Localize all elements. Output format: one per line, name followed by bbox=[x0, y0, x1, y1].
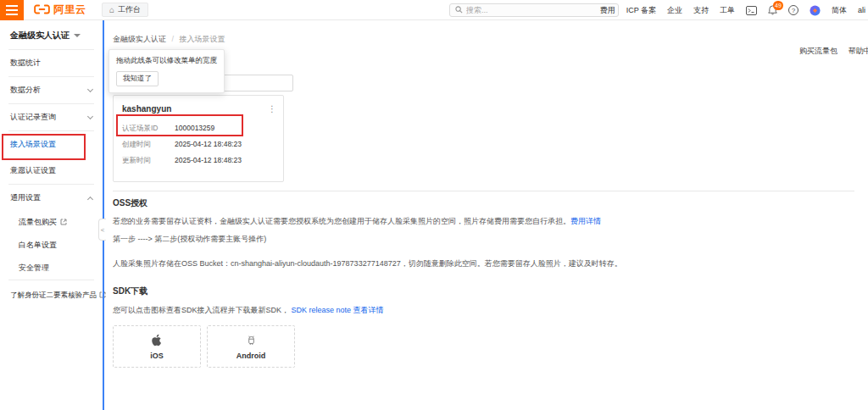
global-search-input[interactable] bbox=[466, 6, 613, 14]
chevron-down-icon bbox=[87, 86, 93, 92]
ios-label: iOS bbox=[150, 352, 164, 360]
header-right-menu: 费用 ICP 备案 企业 支持 工单 49 ? bbox=[600, 0, 868, 20]
buy-traffic-package-link[interactable]: 购买流量包 bbox=[799, 47, 837, 55]
scene-card-row-created: 创建时间 2025-04-12 18:48:23 bbox=[114, 136, 283, 152]
sdk-section-title: SDK下载 bbox=[113, 285, 859, 297]
page-top-links: 购买流量包 帮助中心 bbox=[799, 46, 868, 57]
kebab-menu-icon[interactable]: ⋮ bbox=[268, 107, 276, 112]
cloudshell-icon[interactable] bbox=[746, 6, 757, 15]
help-center-link[interactable]: 帮助中心 bbox=[849, 47, 868, 55]
hamburger-menu-icon[interactable] bbox=[0, 0, 24, 20]
breadcrumb-current: 接入场景设置 bbox=[180, 35, 225, 43]
menu-item-tickets[interactable]: 工单 bbox=[720, 5, 735, 16]
android-sdk-card[interactable]: Android bbox=[207, 325, 295, 368]
android-icon bbox=[245, 333, 258, 349]
sidebar-item-general-settings[interactable]: 通用设置 bbox=[0, 185, 103, 211]
workspace-button[interactable]: ⌂ 工作台 bbox=[102, 3, 148, 17]
sidebar-item-label: 了解身份证二要素核验产品 bbox=[10, 291, 97, 301]
sidebar-collapse-handle[interactable]: < bbox=[98, 219, 106, 241]
notifications-bell-icon[interactable]: 49 bbox=[768, 5, 777, 15]
sdk-view-details-link[interactable]: 查看详情 bbox=[353, 306, 384, 314]
top-nav-bar: 阿里云 ⌂ 工作台 费用 ICP 备案 企业 支持 工单 49 ? bbox=[0, 0, 868, 20]
sdk-download-section: SDK下载 您可以点击图标查看SDK接入流程并下载最新SDK， SDK rele… bbox=[113, 285, 859, 368]
sidebar-product-title-label: 金融级实人认证 bbox=[10, 30, 70, 42]
scene-card-title: kashangyun bbox=[122, 104, 171, 114]
sidebar-item-data-analysis[interactable]: 数据分析 bbox=[0, 77, 103, 103]
external-link-icon bbox=[60, 219, 67, 227]
ios-sdk-card[interactable]: iOS bbox=[113, 325, 201, 368]
search-icon bbox=[455, 6, 463, 15]
oss-steps-text: 第一步 ----> 第二步(授权动作需要主账号操作) bbox=[113, 234, 859, 245]
language-switch[interactable]: 简体 bbox=[832, 5, 847, 16]
sidebar-item-label: 白名单设置 bbox=[19, 240, 57, 251]
platform-cards: iOS Android bbox=[113, 325, 859, 368]
aliyun-logo[interactable]: 阿里云 bbox=[34, 3, 86, 17]
field-value: 1000013259 bbox=[175, 124, 214, 134]
aliyun-logo-icon bbox=[34, 4, 50, 16]
notification-badge: 49 bbox=[773, 1, 783, 10]
sidebar-item-label: 数据统计 bbox=[10, 58, 41, 69]
account-name-clipped[interactable]: ali bbox=[858, 6, 868, 14]
field-value: 2025-04-12 18:48:23 bbox=[175, 156, 242, 166]
sidebar-item-label: 流量包购买 bbox=[19, 217, 57, 228]
sidebar-resize-handle[interactable] bbox=[103, 20, 104, 410]
menu-item-billing[interactable]: 费用 bbox=[600, 5, 615, 16]
oss-description: 若您的业务需要留存认证资料，金融级实人认证需要您授权系统为您创建用于储存人脸采集… bbox=[113, 216, 859, 227]
global-search[interactable] bbox=[449, 3, 619, 17]
sdk-release-note-link[interactable]: SDK release note bbox=[292, 306, 352, 314]
sidebar-item-security-management[interactable]: 安全管理 bbox=[0, 257, 103, 280]
menu-item-support[interactable]: 支持 bbox=[693, 5, 709, 16]
menu-item-icp[interactable]: ICP 备案 bbox=[626, 5, 656, 16]
oss-description-text: 若您的业务需要留存认证资料，金融级实人认证需要您授权系统为您创建用于储存人脸采集… bbox=[113, 217, 570, 225]
sidebar-item-id-verification-product[interactable]: 了解身份证二要素核验产品 bbox=[0, 280, 103, 308]
resize-hint-tooltip: 拖动此线条可以修改菜单的宽度 我知道了 bbox=[108, 49, 225, 93]
sidebar-item-data-statistics[interactable]: 数据统计 bbox=[0, 50, 103, 76]
aliyun-logo-text: 阿里云 bbox=[53, 3, 86, 17]
help-icon[interactable]: ? bbox=[788, 5, 798, 15]
breadcrumb: 金融级实人认证 / 接入场景设置 bbox=[113, 34, 225, 45]
sidebar-item-buy-package[interactable]: 流量包购买 bbox=[0, 211, 103, 234]
scene-card-row-id: 认证场景ID 1000013259 bbox=[114, 120, 283, 136]
field-label: 认证场景ID bbox=[122, 124, 175, 134]
sidebar: 金融级实人认证 数据统计 数据分析 认证记录查询 接入场景设置 意愿认证设置 通… bbox=[0, 20, 103, 410]
oss-section-title: OSS授权 bbox=[113, 197, 859, 209]
sidebar-item-label: 数据分析 bbox=[10, 85, 41, 96]
menu-item-enterprise[interactable]: 企业 bbox=[667, 5, 682, 16]
console-page: 阿里云 ⌂ 工作台 费用 ICP 备案 企业 支持 工单 49 ? bbox=[0, 0, 868, 410]
field-label: 创建时间 bbox=[122, 140, 175, 150]
sidebar-item-willingness-auth[interactable]: 意愿认证设置 bbox=[0, 158, 103, 184]
field-value: 2025-04-12 18:48:23 bbox=[175, 140, 242, 150]
section-divider bbox=[113, 191, 854, 191]
apple-icon bbox=[151, 333, 164, 349]
fee-details-link[interactable]: 费用详情 bbox=[570, 217, 601, 225]
app-center-icon[interactable] bbox=[810, 5, 821, 16]
chevron-down-icon bbox=[87, 114, 93, 119]
sidebar-item-label: 意愿认证设置 bbox=[10, 165, 56, 176]
sidebar-item-label: 接入场景设置 bbox=[10, 139, 56, 150]
sidebar-item-label: 通用设置 bbox=[10, 192, 41, 203]
home-icon: ⌂ bbox=[109, 5, 114, 14]
chevron-up-icon bbox=[87, 196, 93, 202]
tooltip-text: 拖动此线条可以修改菜单的宽度 bbox=[116, 56, 217, 66]
workspace-label: 工作台 bbox=[118, 4, 141, 15]
breadcrumb-separator: / bbox=[172, 35, 175, 43]
oss-authorization-section: OSS授权 若您的业务需要留存认证资料，金融级实人认证需要您授权系统为您创建用于… bbox=[113, 197, 859, 269]
sidebar-product-title[interactable]: 金融级实人认证 bbox=[0, 20, 103, 49]
sidebar-item-scene-settings[interactable]: 接入场景设置 bbox=[0, 131, 103, 158]
sdk-description: 您可以点击图标查看SDK接入流程并下载最新SDK， SDK release no… bbox=[113, 305, 859, 316]
sidebar-item-label: 认证记录查询 bbox=[10, 112, 56, 123]
caret-down-icon bbox=[74, 34, 81, 37]
sidebar-item-auth-records[interactable]: 认证记录查询 bbox=[0, 104, 103, 130]
sidebar-item-label: 安全管理 bbox=[19, 263, 49, 274]
field-label: 更新时间 bbox=[122, 156, 175, 166]
tooltip-confirm-button[interactable]: 我知道了 bbox=[116, 71, 159, 86]
sidebar-item-whitelist-settings[interactable]: 白名单设置 bbox=[0, 234, 103, 257]
sdk-description-text: 您可以点击图标查看SDK接入流程并下载最新SDK， bbox=[113, 306, 289, 314]
scene-card-row-updated: 更新时间 2025-04-12 18:48:23 bbox=[114, 152, 283, 169]
main-content: 金融级实人认证 / 接入场景设置 购买流量包 帮助中心 拖动此线条可以修改菜单的… bbox=[104, 20, 868, 410]
oss-bucket-text: 人脸采集照片存储在OSS Bucket：cn-shanghai-aliyun-c… bbox=[113, 258, 859, 269]
scene-card: kashangyun ⋮ 认证场景ID 1000013259 创建时间 2025… bbox=[113, 95, 284, 182]
android-label: Android bbox=[236, 352, 266, 360]
breadcrumb-parent[interactable]: 金融级实人认证 bbox=[113, 35, 166, 43]
